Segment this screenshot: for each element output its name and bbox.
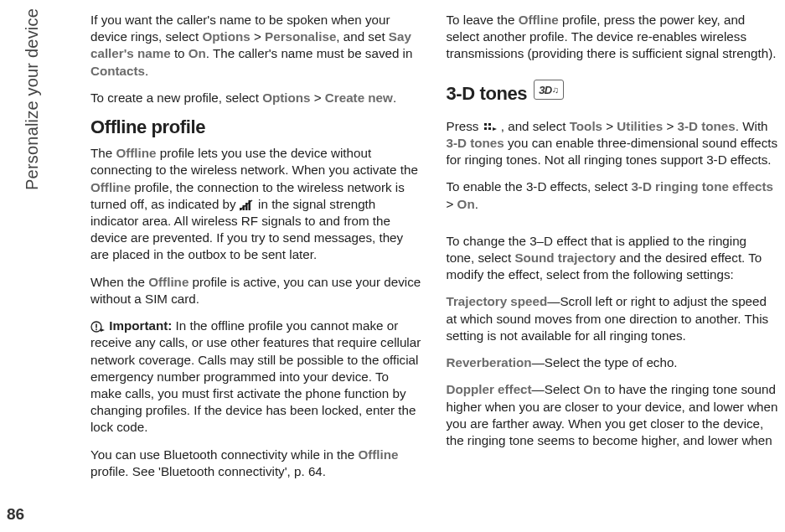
ui-term: Options [202,29,250,44]
svg-rect-11 [488,127,491,130]
text: . [475,197,478,211]
svg-rect-8 [484,123,487,126]
svg-rect-9 [488,123,491,126]
text: —Select [532,382,584,396]
column-right: To leave the Offline profile, press the … [447,12,779,490]
ui-term: Offline [90,180,131,194]
ui-term: Doppler effect [447,382,532,396]
para-create-new: To create a new profile, select Options … [90,90,423,106]
para-3d-open: Press , and select Tools > Utilities > 3… [447,118,779,169]
ui-term: On [457,197,475,211]
text: To leave the [447,13,519,27]
text: . The caller's name must be saved in [206,46,413,60]
sidebar: Personalize your device 86 [0,0,65,532]
text: to [171,46,189,60]
ui-term: Sound trajectory [514,251,616,265]
text: To create a new profile, select [90,90,262,105]
ui-term: Personalise [265,29,336,44]
para-important: Important: In the offline profile you ca… [90,318,423,436]
text: To enable the 3-D effects, select [447,179,632,194]
ui-term: Offline [519,13,559,27]
three-d-icon-label: 3D [539,84,552,96]
text: > [663,119,677,133]
text: > [311,90,325,105]
para-caller-name: If you want the caller's name to be spok… [90,12,423,80]
menu-key-icon [483,121,498,132]
text: . [393,90,396,105]
ui-term: Offline [358,447,398,462]
ui-term: 3-D tones [447,136,504,150]
text: > [447,197,457,211]
ui-term: Offline [148,275,189,289]
text: , and set [336,29,388,44]
manual-page: Personalize your device 86 If you want t… [0,0,785,532]
ui-term: Offline [116,146,156,160]
ui-term: Create new [325,90,393,105]
para-3d-change: To change the 3–D effect that is applied… [447,233,779,284]
ui-term: Reverberation [447,355,532,369]
ui-term: On [189,46,206,60]
text: > [250,29,265,44]
para-bluetooth: You can use Bluetooth connectivity while… [90,447,423,480]
text: > [602,119,617,133]
heading-3d-tones: 3-D tones [447,83,528,105]
para-offline-desc: The Offline profile lets you use the dev… [90,145,423,264]
text: When the [90,275,148,289]
ui-term: Utilities [617,119,663,133]
text: —Select the type of echo. [532,355,678,369]
heading-3d-tones-group: 3-D tones 3D♫ [447,73,779,111]
ui-term: Contacts [90,64,145,78]
ui-term: On [583,382,601,396]
text: Press [447,119,483,133]
text: The [90,146,116,160]
ui-term: Tools [570,119,602,133]
para-trajectory-speed: Trajectory speed—Scroll left or right to… [447,293,779,344]
page-number: 86 [7,505,24,524]
important-icon [90,320,106,332]
three-d-icon: 3D♫ [534,80,564,100]
para-doppler: Doppler effect—Select On to have the rin… [447,381,779,449]
ui-term: 3-D ringing tone effects [631,179,773,194]
section-label: Personalize your device [23,8,40,190]
svg-rect-6 [96,324,97,328]
three-d-icon-wave: ♫ [552,85,559,95]
para-reverberation: Reverberation—Select the type of echo. [447,354,779,371]
ui-term: 3-D tones [678,119,736,133]
ui-term: Trajectory speed [447,294,548,308]
column-left: If you want the caller's name to be spok… [90,12,423,490]
signal-off-icon [240,199,255,210]
text: profile. See 'Bluetooth connectivity', p… [90,464,326,478]
svg-rect-7 [96,329,97,331]
ui-term: Options [262,90,310,105]
para-leave-offline: To leave the Offline profile, press the … [447,12,779,63]
content-columns: If you want the caller's name to be spok… [90,12,778,490]
text: In the offline profile you cannot make o… [90,318,421,434]
para-offline-sim: When the Offline profile is active, you … [90,274,423,307]
svg-rect-10 [484,127,487,130]
text: . With [736,119,768,133]
important-label: Important: [109,318,172,333]
text: You can use Bluetooth connectivity while… [90,447,358,462]
para-3d-enable: To enable the 3-D effects, select 3-D ri… [447,178,779,212]
text: . [145,64,148,78]
text: , and select [498,119,570,133]
heading-offline-profile: Offline profile [90,116,423,138]
